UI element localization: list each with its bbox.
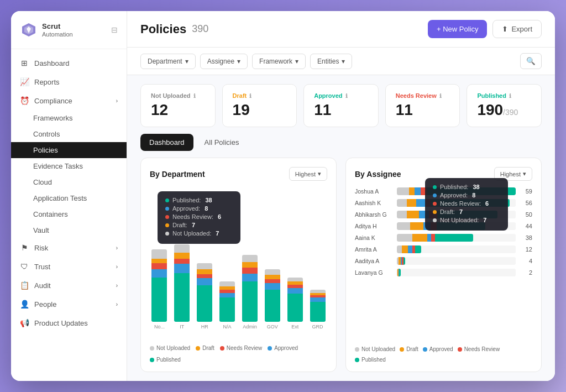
legend-needs-review-dot <box>220 346 224 351</box>
approved-info-icon[interactable]: ℹ <box>345 93 348 99</box>
by-assignee-highest-label: Highest <box>500 171 521 177</box>
search-button[interactable]: 🔍 <box>520 53 542 69</box>
sidebar-item-containers[interactable]: Containers <box>11 206 127 222</box>
sidebar-item-vault[interactable]: Vault <box>11 222 127 238</box>
new-policy-button[interactable]: + New Policy <box>428 20 488 38</box>
sidebar-item-audit[interactable]: 📋 Audit › <box>11 276 127 295</box>
sidebar-toggle-icon[interactable]: ⊟ <box>111 25 118 34</box>
assignee-name: Aditya H <box>355 223 392 229</box>
logo-area: Scrut Automation ⊟ <box>11 11 127 49</box>
compliance-icon: ⏰ <box>20 96 29 105</box>
product-updates-icon: 📢 <box>20 318 29 327</box>
stat-approved: Approved ℹ 11 <box>303 84 379 127</box>
assignee-name: Aashish K <box>355 200 392 206</box>
stats-row: Not Uploaded ℹ 12 Draft ℹ 19 Approved ℹ <box>127 75 555 134</box>
sidebar-item-cloud[interactable]: Cloud <box>11 174 127 190</box>
sidebar-item-product-updates[interactable]: 📢 Product Updates <box>11 313 127 332</box>
framework-chevron-icon: ▾ <box>295 58 298 65</box>
assignee-chevron-icon: ▾ <box>237 58 240 65</box>
by-assignee-header: By Assignee Highest ▾ <box>355 167 532 181</box>
assignee-legend-approved-dot <box>423 347 427 352</box>
sidebar-label-trust: Trust <box>34 263 50 271</box>
legend-needs-review: Needs Review <box>220 345 262 351</box>
sidebar-item-evidence-tasks[interactable]: Evidence Tasks <box>11 158 127 174</box>
list-item: Aaina K38 <box>355 234 532 242</box>
sidebar-label-reports: Reports <box>34 78 60 86</box>
assignee-count: 38 <box>520 234 532 241</box>
department-bars: No...ITHRN/AAdminGOVExtGRD <box>150 187 327 341</box>
sidebar-label-vault: Vault <box>33 226 49 234</box>
tabs-row: Dashboard All Policies <box>127 134 555 151</box>
sidebar-item-compliance[interactable]: ⏰ Compliance › <box>11 91 127 110</box>
department-filter[interactable]: Department ▾ <box>140 54 196 69</box>
by-department-header: By Department Highest ▾ <box>150 167 327 181</box>
stat-value-draft: 19 <box>233 101 287 119</box>
tab-dashboard[interactable]: Dashboard <box>140 134 193 151</box>
risk-chevron: › <box>116 245 118 251</box>
assignee-count: 56 <box>520 200 532 206</box>
assignee-name: Amrita A <box>355 246 392 253</box>
by-assignee-title: By Assignee <box>355 170 401 179</box>
legend-not-uploaded: Not Uploaded <box>150 345 190 351</box>
entities-filter-label: Entities <box>317 58 339 65</box>
sidebar-item-policies[interactable]: Policies <box>11 142 127 158</box>
audit-chevron: › <box>116 283 118 289</box>
sidebar-item-frameworks[interactable]: Frameworks <box>11 110 127 126</box>
legend-published: Published <box>150 357 181 363</box>
assignee-legend-not-uploaded: Not Uploaded <box>355 346 395 352</box>
dept-bar-group: Admin <box>240 241 260 330</box>
dept-bar-group: GRD <box>308 241 327 330</box>
needs-review-info-icon[interactable]: ℹ <box>439 93 442 99</box>
by-assignee-highest-button[interactable]: Highest ▾ <box>494 167 532 181</box>
framework-filter[interactable]: Framework ▾ <box>252 54 306 69</box>
stat-value-approved: 11 <box>314 101 368 119</box>
assignee-legend-published: Published <box>355 357 386 363</box>
list-item: Aditya H44 <box>355 222 532 230</box>
by-department-chart-area: No...ITHRN/AAdminGOVExtGRD Published: 38… <box>150 187 327 363</box>
stat-label-draft: Draft ℹ <box>233 92 287 99</box>
assignee-count: 2 <box>520 269 532 276</box>
filters-bar: Department ▾ Assignee ▾ Framework ▾ Enti… <box>127 48 555 75</box>
list-item: Amrita A12 <box>355 245 532 253</box>
assignee-filter[interactable]: Assignee ▾ <box>200 54 248 69</box>
sidebar-item-risk[interactable]: ⚑ Risk › <box>11 238 127 257</box>
by-department-highest-button[interactable]: Highest ▾ <box>289 167 327 181</box>
draft-info-icon[interactable]: ℹ <box>249 93 251 99</box>
entities-filter[interactable]: Entities ▾ <box>310 54 352 69</box>
by-assignee-chevron-icon: ▾ <box>523 170 526 177</box>
sidebar-item-dashboard[interactable]: ⊞ Dashboard <box>11 54 127 72</box>
assignee-legend-approved: Approved <box>423 346 453 352</box>
trust-icon: 🛡 <box>20 262 29 271</box>
export-icon: ⬆ <box>502 25 508 33</box>
people-icon: 👤 <box>20 300 29 309</box>
assignee-legend-draft-dot <box>400 347 404 352</box>
logo-sub: Automation <box>42 31 73 38</box>
department-chevron-icon: ▾ <box>185 58 188 65</box>
page-header: Policies 390 + New Policy ⬆ Export <box>127 11 555 48</box>
dept-bar-group: N/A <box>218 241 237 330</box>
logo-name: Scrut <box>42 22 73 31</box>
scrut-logo-icon <box>20 21 38 39</box>
dept-bar-group: HR <box>195 241 214 330</box>
not-uploaded-info-icon[interactable]: ℹ <box>193 93 196 99</box>
legend-approved: Approved <box>268 345 298 351</box>
charts-row: By Department Highest ▾ No...ITHRN/AAdmi… <box>127 151 555 381</box>
risk-icon: ⚑ <box>20 243 29 252</box>
sidebar-item-controls[interactable]: Controls <box>11 126 127 142</box>
reports-icon: 📈 <box>20 77 29 86</box>
entities-chevron-icon: ▾ <box>342 58 345 65</box>
export-button[interactable]: ⬆ Export <box>492 20 542 38</box>
assignee-list: Joshua A59Aashish K56Abhikarsh G50Aditya… <box>355 187 532 342</box>
sidebar-label-containers: Containers <box>33 210 68 218</box>
sidebar-item-trust[interactable]: 🛡 Trust › <box>11 257 127 276</box>
published-info-icon[interactable]: ℹ <box>509 93 511 99</box>
sidebar-label-policies: Policies <box>33 146 58 154</box>
sidebar: Scrut Automation ⊟ ⊞ Dashboard 📈 Reports… <box>11 11 127 381</box>
tab-all-policies[interactable]: All Policies <box>196 134 248 151</box>
sidebar-item-people[interactable]: 👤 People › <box>11 295 127 313</box>
stat-value-published: 190/390 <box>477 101 531 119</box>
sidebar-item-application-tests[interactable]: Application Tests <box>11 190 127 206</box>
sidebar-label-frameworks: Frameworks <box>33 114 73 122</box>
sidebar-item-reports[interactable]: 📈 Reports <box>11 72 127 91</box>
legend-not-uploaded-dot <box>150 346 154 351</box>
